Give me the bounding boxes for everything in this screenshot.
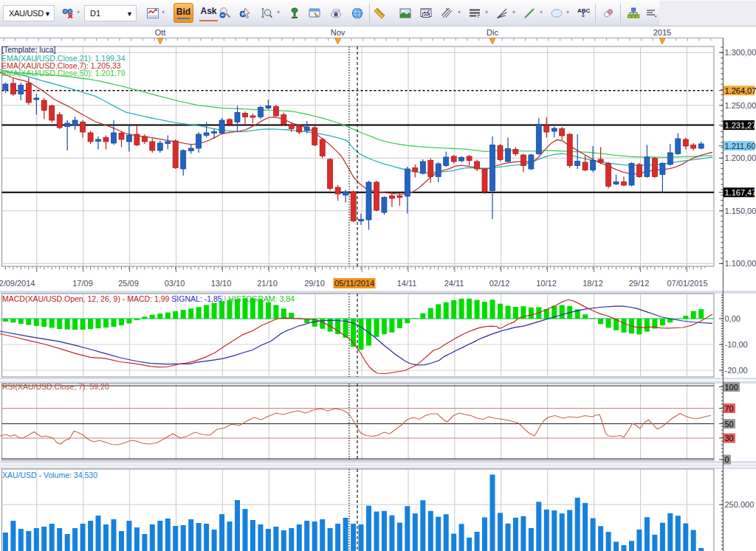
svg-text:14/11: 14/11 bbox=[397, 279, 417, 288]
svg-text:50: 50 bbox=[725, 420, 734, 429]
svg-text:1.150,00: 1.150,00 bbox=[725, 207, 756, 215]
svg-text:[Template: luca]: [Template: luca] bbox=[1, 45, 56, 54]
svg-text:25/09: 25/09 bbox=[118, 279, 139, 288]
svg-text:1.300,00: 1.300,00 bbox=[725, 48, 756, 57]
svg-text:13/10: 13/10 bbox=[211, 279, 232, 288]
svg-text:MACD(XAU/USD.Open, 12, 26, 9): MACD(XAU/USD.Open, 12, 26, 9) - MACD: 1,… bbox=[2, 294, 295, 303]
svg-text:Dic: Dic bbox=[487, 28, 498, 37]
svg-text:0,00: 0,00 bbox=[725, 314, 740, 323]
svg-text:2015: 2015 bbox=[653, 28, 671, 37]
svg-text:07/01/2015: 07/01/2015 bbox=[667, 279, 707, 288]
svg-text:30: 30 bbox=[725, 434, 734, 443]
svg-text:18/12: 18/12 bbox=[583, 279, 603, 288]
svg-text:1.264,07: 1.264,07 bbox=[725, 86, 756, 95]
svg-text:1.167,47: 1.167,47 bbox=[725, 188, 756, 197]
svg-text:10/12: 10/12 bbox=[536, 279, 557, 288]
svg-text:1.200,00: 1.200,00 bbox=[725, 153, 756, 162]
svg-text:1.231,27: 1.231,27 bbox=[725, 121, 756, 130]
svg-text:02/12: 02/12 bbox=[489, 279, 510, 288]
svg-text:2/09/2014: 2/09/2014 bbox=[0, 279, 35, 288]
svg-text:03/10: 03/10 bbox=[165, 279, 185, 288]
svg-text:Nov: Nov bbox=[331, 28, 346, 37]
svg-text:1.100,00: 1.100,00 bbox=[725, 259, 756, 268]
svg-text:24/11: 24/11 bbox=[444, 279, 464, 288]
svg-text:21/10: 21/10 bbox=[257, 279, 278, 288]
svg-text:05/11/2014: 05/11/2014 bbox=[334, 279, 374, 288]
svg-text:70: 70 bbox=[725, 404, 734, 413]
svg-text:XAU/USD - Volume: 34.530: XAU/USD - Volume: 34.530 bbox=[2, 471, 97, 479]
svg-text:1.250,00: 1.250,00 bbox=[725, 101, 756, 110]
svg-text:17/09: 17/09 bbox=[72, 279, 93, 288]
svg-text:EMA(XAU/USD.Close,50): 1.201,7: EMA(XAU/USD.Close,50): 1.201,79 bbox=[1, 69, 126, 77]
svg-text:29/10: 29/10 bbox=[304, 279, 325, 288]
svg-text:100: 100 bbox=[725, 383, 738, 392]
svg-text:-10,00: -10,00 bbox=[725, 340, 748, 349]
svg-text:29/12: 29/12 bbox=[629, 279, 650, 288]
svg-text:RSI(XAU/USD.Close, 7): 59,20: RSI(XAU/USD.Close, 7): 59,20 bbox=[2, 382, 109, 391]
svg-text:Ott: Ott bbox=[155, 28, 166, 37]
svg-text:250.000: 250.000 bbox=[725, 500, 755, 509]
svg-text:1.211,60: 1.211,60 bbox=[725, 142, 756, 150]
svg-text:0: 0 bbox=[725, 455, 729, 464]
svg-text:-20,00: -20,00 bbox=[725, 366, 748, 375]
